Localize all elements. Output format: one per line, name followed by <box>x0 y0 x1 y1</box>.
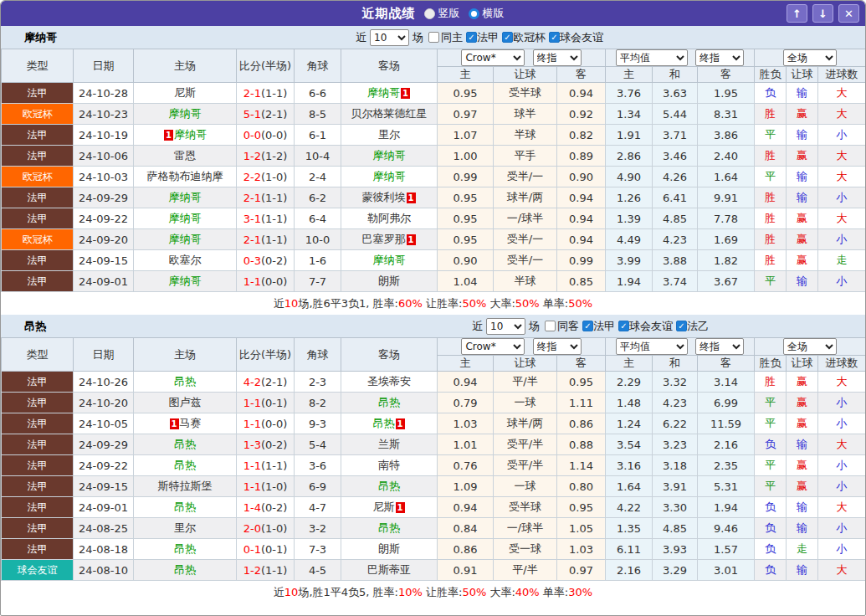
match-scope-select[interactable]: 全场 <box>783 338 837 355</box>
handicap-select-group: Crow* 终指 <box>438 338 606 356</box>
away-team-cell: 摩纳哥 <box>341 250 438 271</box>
league-type-cell: 法甲 <box>2 125 74 146</box>
average-odds-select[interactable]: 平均值 <box>616 338 688 355</box>
date-cell: 24-10-26 <box>74 372 134 393</box>
bookmaker-select[interactable]: Crow* <box>461 49 525 66</box>
corners-cell: 8-5 <box>295 104 341 125</box>
col-header-hcap-line: 让球 <box>494 356 557 372</box>
handicap-stage-select[interactable]: 终指 <box>533 338 582 355</box>
handicap-away-odds: 0.92 <box>557 104 606 125</box>
checkbox-checked-icon[interactable]: ✓ <box>582 321 593 331</box>
summary-segment: 30% <box>568 586 592 598</box>
col-header-hcap-home: 主 <box>438 67 494 83</box>
result-handicap: 输 <box>787 434 818 455</box>
league-type-cell: 法甲 <box>2 518 74 539</box>
league-type-cell: 法甲 <box>2 413 74 434</box>
league-filter-club-friendly[interactable]: ✓ 球会友谊 <box>549 30 603 45</box>
avg-away-odds: 1.95 <box>698 83 755 104</box>
checkbox-unchecked-icon[interactable] <box>428 32 439 43</box>
match-count-select[interactable]: 10 <box>486 318 525 335</box>
average-stage-select[interactable]: 终指 <box>695 49 744 66</box>
team-name: 摩纳哥 <box>24 30 57 45</box>
league-filter-champions-league[interactable]: ✓ 欧冠杯 <box>502 30 546 45</box>
league-filter-ligue1[interactable]: ✓ 法甲 <box>582 319 615 334</box>
match-row: 法甲24-09-29摩纳哥2-1(1-1)6-2蒙彼利埃10.95球半/两0.9… <box>2 187 866 208</box>
home-team-cell: 萨格勒布迪纳摩 <box>134 167 237 187</box>
handicap-stage-select[interactable]: 终指 <box>533 49 582 66</box>
result-goals: 小 <box>818 539 866 560</box>
league-filter-ligue2[interactable]: ✓ 法乙 <box>676 319 709 334</box>
checkbox-checked-icon[interactable]: ✓ <box>618 321 629 331</box>
result-outcome: 平 <box>755 413 787 434</box>
checkbox-unchecked-icon[interactable] <box>545 321 556 331</box>
home-team-cell: 雷恩 <box>134 146 237 167</box>
date-cell: 24-09-01 <box>74 497 134 518</box>
average-odds-select[interactable]: 平均值 <box>616 49 688 66</box>
result-handicap: 赢 <box>787 476 818 497</box>
match-row: 法甲24-10-20图卢兹1-1(0-1)8-2昂热0.79一球1.111.48… <box>2 393 866 413</box>
fulltime-score: 5-1 <box>243 108 261 121</box>
handicap-home-odds: 0.99 <box>438 167 494 187</box>
team-name-text: 昂热 <box>174 438 196 450</box>
home-team-cell: 昂热 <box>134 560 237 581</box>
radio-unchecked-icon[interactable] <box>424 8 435 19</box>
date-cell: 24-09-22 <box>74 455 134 476</box>
result-handicap: 走 <box>787 539 818 560</box>
checkbox-checked-icon[interactable]: ✓ <box>502 32 513 43</box>
average-stage-select[interactable]: 终指 <box>695 338 744 355</box>
layout-horizontal-label: 横版 <box>483 6 505 21</box>
move-down-button[interactable]: ↓ <box>812 4 833 23</box>
league-filter-ligue1[interactable]: ✓ 法甲 <box>466 30 499 45</box>
avg-home-odds: 4.49 <box>606 229 653 250</box>
matches-label: 场 <box>413 30 423 45</box>
league-type-cell: 法甲 <box>2 539 74 560</box>
score-cell: 2-2(1-0) <box>237 167 295 187</box>
bookmaker-select[interactable]: Crow* <box>461 338 525 355</box>
fulltime-score: 1-1 <box>243 480 261 493</box>
match-row: 法甲24-10-28尼斯2-1(1-1)6-6摩纳哥10.95受半球0.943.… <box>2 83 866 104</box>
handicap-line: 一球 <box>494 393 557 413</box>
home-team-cell: 尼斯 <box>134 83 237 104</box>
checkbox-checked-icon[interactable]: ✓ <box>466 32 477 43</box>
same-venue-filter[interactable]: 同主 <box>428 30 463 45</box>
checkbox-checked-icon[interactable]: ✓ <box>676 321 687 331</box>
league-type-cell: 法甲 <box>2 434 74 455</box>
halftime-score: (0-2) <box>261 501 287 514</box>
corners-cell: 6-1 <box>295 125 341 146</box>
avg-away-odds: 3.01 <box>698 560 755 581</box>
avg-home-odds: 1.24 <box>606 413 653 434</box>
close-button[interactable]: ✕ <box>838 4 859 23</box>
summary-segment: 50% <box>462 297 486 310</box>
layout-option-vertical[interactable]: 竖版 <box>424 6 460 21</box>
move-up-button[interactable]: ↑ <box>787 4 807 23</box>
away-team-cell: 里尔 <box>341 125 438 146</box>
result-outcome: 胜 <box>755 104 787 125</box>
avg-home-odds: 1.94 <box>606 271 653 292</box>
league-type-cell: 法甲 <box>2 208 74 229</box>
home-team-cell: 昂热 <box>134 372 237 393</box>
radio-checked-icon[interactable] <box>469 8 479 19</box>
league-filter-club-friendly[interactable]: ✓ 球会友谊 <box>618 319 673 334</box>
handicap-line: 一/球半 <box>494 208 557 229</box>
team-name-text: 尼斯 <box>174 86 196 99</box>
same-venue-filter[interactable]: 同客 <box>545 319 579 334</box>
halftime-score: (2-1) <box>261 108 287 121</box>
avg-home-odds: 3.16 <box>606 455 653 476</box>
league-type-cell: 法甲 <box>2 83 74 104</box>
handicap-home-odds: 0.76 <box>438 455 494 476</box>
date-cell: 24-10-19 <box>74 125 134 146</box>
handicap-away-odds: 0.94 <box>557 187 606 208</box>
near-label: 近 <box>472 319 483 334</box>
result-handicap: 输 <box>787 83 818 104</box>
score-cell: 2-1(1-1) <box>237 83 295 104</box>
league-type-cell: 法甲 <box>2 476 74 497</box>
checkbox-checked-icon[interactable]: ✓ <box>549 32 560 43</box>
team-name-text: 摩纳哥 <box>373 170 406 182</box>
halftime-score: (0-0) <box>261 418 287 430</box>
match-count-select[interactable]: 10 <box>370 29 409 46</box>
layout-option-horizontal[interactable]: 横版 <box>469 6 505 21</box>
avg-draw-odds: 3.30 <box>653 497 698 518</box>
summary-segment: 单率: <box>540 586 569 598</box>
match-scope-select[interactable]: 全场 <box>783 49 837 66</box>
result-goals: 大 <box>818 497 866 518</box>
